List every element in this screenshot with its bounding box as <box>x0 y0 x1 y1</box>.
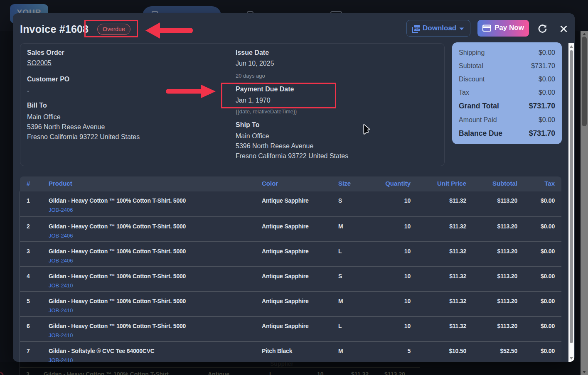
svg-text:PDF: PDF <box>414 27 421 30</box>
